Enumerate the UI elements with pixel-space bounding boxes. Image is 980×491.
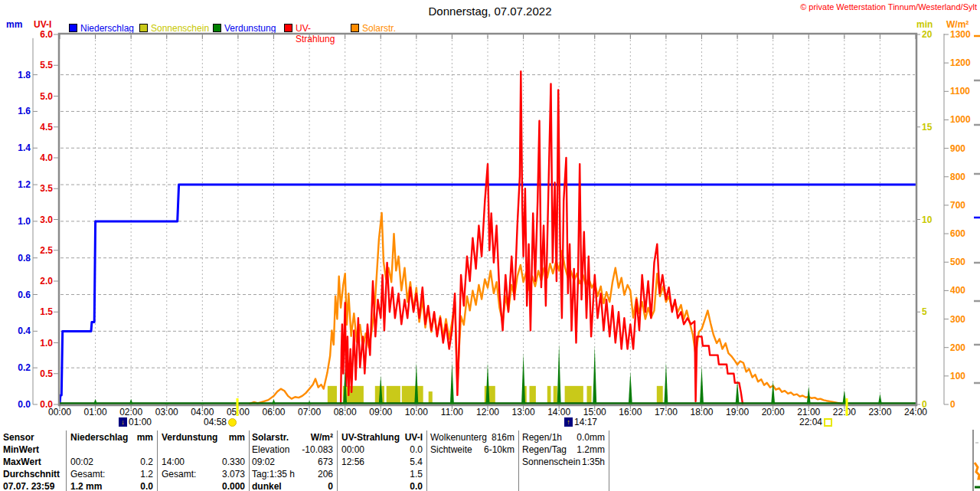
evaporation-spike [272, 399, 276, 404]
sunshine-bar [657, 386, 663, 404]
min-tick-label: 0 [922, 399, 927, 410]
evaporation-spike [486, 362, 490, 404]
table-cell-col5-row2-value: 1:35h [522, 457, 605, 468]
uvi-tick-label: 1.5 [40, 306, 53, 317]
x-tick-label: 19:00 [726, 407, 749, 417]
sunshine-bar [429, 391, 433, 404]
evaporation-spike [807, 386, 811, 404]
marker-time-label: 14:17 [574, 417, 597, 427]
x-tick-label: 11:00 [441, 407, 463, 417]
sunshine-bar [387, 386, 400, 404]
evaporation-spike [878, 394, 882, 404]
mm-tick-label: 0.6 [18, 290, 31, 300]
x-tick-label: 22:00 [833, 407, 856, 417]
table-row-label: 07.07. 23:59 [3, 481, 64, 491]
evaporation-spike [557, 344, 561, 404]
mm-tick-label: 0.8 [18, 253, 31, 264]
evaporation-spike [93, 399, 97, 404]
x-tick-label: 09:00 [369, 407, 392, 417]
x-tick-label: 15:00 [583, 407, 606, 417]
uvi-tick-label: 0.5 [40, 368, 53, 379]
x-tick-label: 04:00 [191, 407, 214, 417]
evaporation-spike [414, 362, 418, 404]
sunrise-sun-icon [228, 418, 237, 427]
x-tick-label: 07:00 [298, 407, 321, 417]
evaporation-spike [450, 362, 454, 404]
table-row-label: Durchschnitt [3, 469, 64, 480]
sunshine-bar [547, 386, 551, 404]
min-tick-label: 20 [922, 29, 933, 40]
moon-arrow-up-icon: ↑ [564, 417, 573, 427]
x-tick-label: 10:00 [405, 407, 428, 417]
x-tick-label: 17:00 [655, 407, 678, 417]
uvi-tick-label: 4.0 [40, 152, 53, 163]
x-tick-label: 01:00 [84, 407, 107, 417]
uvi-tick-label: 6.0 [40, 29, 53, 40]
table-cell-col2-row2-value: 673 [252, 457, 333, 468]
table-divider [337, 430, 338, 491]
sunshine-bar [328, 386, 337, 404]
table-divider [249, 430, 250, 491]
table-cell-col2-row4-value: 0 [252, 481, 333, 491]
evaporation-spike [129, 399, 133, 404]
table-divider [66, 430, 67, 491]
table-cell-col4-row0-value: 816m [430, 432, 514, 444]
evaporation-spike [629, 372, 632, 404]
marker-0458: 04:58 [204, 417, 237, 427]
x-tick-label: 03:00 [155, 407, 178, 417]
wm2-tick-label: 100 [950, 371, 965, 381]
table-cell-col3-row1-value: 0.0 [341, 444, 423, 456]
wm2-tick-label: 200 [950, 342, 965, 353]
x-tick-label: 08:00 [334, 407, 357, 417]
mm-tick-label: 0.0 [18, 399, 31, 410]
wm2-tick-label: 300 [950, 314, 965, 325]
uvi-tick-label: 5.5 [40, 60, 53, 70]
x-tick-label: 23:00 [868, 407, 891, 417]
table-cell-col5-row1-value: 1.2mm [522, 444, 605, 456]
wm2-tick-label: 1200 [950, 57, 971, 68]
marker-time-label: 01:00 [129, 417, 152, 427]
table-cell-col4-row1-value: 6-10km [430, 444, 514, 456]
wm2-tick-label: 0 [950, 399, 956, 410]
uvi-tick-label: 3.0 [40, 214, 53, 225]
uvi-tick-label: 5.0 [40, 91, 53, 102]
wm2-tick-label: 800 [950, 172, 965, 182]
table-cell-col3-row2-value: 5.4 [341, 457, 423, 468]
uvi-tick-label: 1.0 [40, 338, 53, 349]
marker-1417: ↑14:17 [564, 417, 597, 427]
mm-tick-label: 0.4 [18, 326, 31, 336]
mm-tick-label: 1.8 [18, 70, 31, 80]
table-cell-col3-row3-value: 1.5 [341, 469, 423, 480]
wm2-tick-label: 700 [950, 200, 965, 211]
table-cell-col3-row4-value: 0.0 [341, 481, 423, 491]
moon-arrow-down-icon: ↓ [119, 417, 127, 427]
table-cell-col5-row0-value: 0.0mm [522, 432, 605, 444]
mm-tick-label: 0.2 [18, 362, 31, 373]
mm-tick-label: 1.4 [18, 142, 31, 153]
uvi-tick-label: 4.5 [40, 122, 53, 133]
mm-tick-label: 1.2 [18, 179, 31, 190]
x-tick-label: 21:00 [797, 407, 820, 417]
mm-tick-label: 1.0 [18, 216, 31, 227]
fragment-solar-curve [975, 463, 980, 479]
table-cell-col0-row0-value: mm [70, 432, 153, 444]
marker-2204: 22:04 [799, 417, 832, 427]
table-cell-col0-row3-value: 1.2 [70, 469, 153, 480]
table-divider [426, 430, 427, 491]
table-cell-col1-row4-value: 0.000 [162, 481, 245, 491]
table-cell-col0-row4-value: 0.0 [70, 481, 153, 491]
series-uvstrahlung [341, 71, 743, 404]
table-cell-col3-row0-value: UV-I [341, 432, 423, 444]
uvi-tick-label: 2.5 [40, 245, 53, 256]
wm2-tick-label: 600 [950, 228, 965, 239]
table-cell-col1-row3-value: 3.073 [162, 469, 245, 480]
evaporation-spike [664, 362, 668, 404]
wm2-tick-label: 1000 [950, 114, 971, 125]
table-row-label: MaxWert [3, 457, 64, 468]
table-divider [157, 430, 158, 491]
table-divider [609, 430, 609, 491]
table-cell-col2-row3-value: 206 [252, 469, 333, 480]
marker-time-label: 22:04 [799, 417, 822, 427]
table-cell-col2-row1-value: -10.083 [252, 444, 333, 456]
marker-time-label: 04:58 [204, 417, 227, 427]
